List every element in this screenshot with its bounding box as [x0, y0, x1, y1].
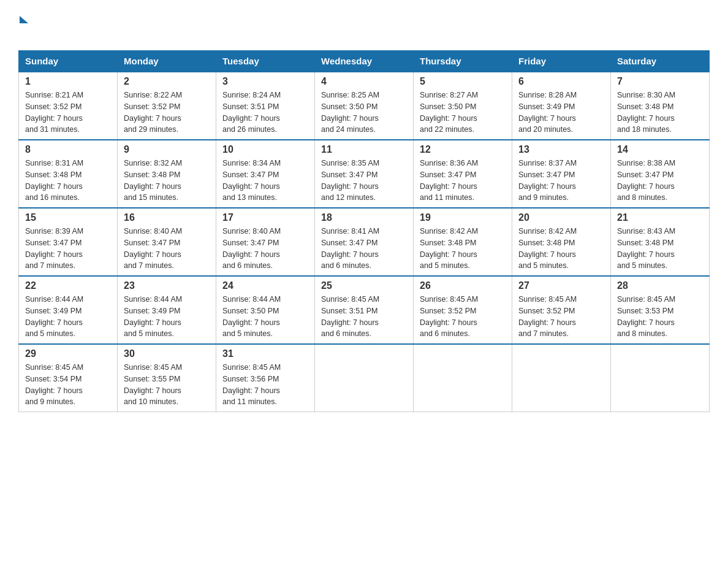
day-info: Sunrise: 8:28 AM Sunset: 3:49 PM Dayligh…	[518, 90, 604, 136]
day-info: Sunrise: 8:45 AM Sunset: 3:54 PM Dayligh…	[25, 362, 111, 408]
logo-arrow-icon	[20, 16, 28, 23]
day-info: Sunrise: 8:45 AM Sunset: 3:53 PM Dayligh…	[617, 294, 703, 340]
day-info: Sunrise: 8:27 AM Sunset: 3:50 PM Dayligh…	[420, 90, 506, 136]
day-cell: 8 Sunrise: 8:31 AM Sunset: 3:48 PM Dayli…	[19, 140, 118, 208]
day-cell	[512, 344, 611, 412]
day-cell: 3 Sunrise: 8:24 AM Sunset: 3:51 PM Dayli…	[216, 72, 315, 140]
day-info: Sunrise: 8:36 AM Sunset: 3:47 PM Dayligh…	[420, 158, 506, 204]
day-number: 5	[420, 76, 506, 87]
page-header	[18, 15, 710, 39]
day-info: Sunrise: 8:45 AM Sunset: 3:52 PM Dayligh…	[420, 294, 506, 340]
day-number: 8	[25, 144, 111, 155]
day-number: 21	[617, 212, 703, 223]
day-number: 6	[518, 76, 604, 87]
day-cell: 30 Sunrise: 8:45 AM Sunset: 3:55 PM Dayl…	[118, 344, 216, 412]
day-info: Sunrise: 8:44 AM Sunset: 3:49 PM Dayligh…	[25, 294, 111, 340]
header-wednesday: Wednesday	[315, 51, 414, 72]
day-number: 4	[321, 76, 407, 87]
day-cell: 2 Sunrise: 8:22 AM Sunset: 3:52 PM Dayli…	[118, 72, 216, 140]
day-number: 31	[222, 348, 308, 359]
day-info: Sunrise: 8:45 AM Sunset: 3:55 PM Dayligh…	[124, 362, 210, 408]
day-info: Sunrise: 8:25 AM Sunset: 3:50 PM Dayligh…	[321, 90, 407, 136]
day-cell: 26 Sunrise: 8:45 AM Sunset: 3:52 PM Dayl…	[414, 276, 512, 344]
day-cell: 12 Sunrise: 8:36 AM Sunset: 3:47 PM Dayl…	[414, 140, 512, 208]
day-info: Sunrise: 8:32 AM Sunset: 3:48 PM Dayligh…	[124, 158, 210, 204]
day-cell: 1 Sunrise: 8:21 AM Sunset: 3:52 PM Dayli…	[19, 72, 118, 140]
day-cell	[315, 344, 414, 412]
day-number: 24	[222, 280, 308, 291]
header-saturday: Saturday	[611, 51, 710, 72]
week-row-5: 29 Sunrise: 8:45 AM Sunset: 3:54 PM Dayl…	[19, 344, 710, 412]
day-info: Sunrise: 8:35 AM Sunset: 3:47 PM Dayligh…	[321, 158, 407, 204]
day-cell: 19 Sunrise: 8:42 AM Sunset: 3:48 PM Dayl…	[414, 208, 512, 276]
day-cell: 23 Sunrise: 8:44 AM Sunset: 3:49 PM Dayl…	[118, 276, 216, 344]
day-info: Sunrise: 8:45 AM Sunset: 3:52 PM Dayligh…	[518, 294, 604, 340]
day-number: 17	[222, 212, 308, 223]
day-info: Sunrise: 8:45 AM Sunset: 3:51 PM Dayligh…	[321, 294, 407, 340]
day-number: 30	[124, 348, 210, 359]
week-row-1: 1 Sunrise: 8:21 AM Sunset: 3:52 PM Dayli…	[19, 72, 710, 140]
day-info: Sunrise: 8:42 AM Sunset: 3:48 PM Dayligh…	[420, 226, 506, 272]
day-number: 19	[420, 212, 506, 223]
week-row-4: 22 Sunrise: 8:44 AM Sunset: 3:49 PM Dayl…	[19, 276, 710, 344]
day-number: 2	[124, 76, 210, 87]
day-number: 13	[518, 144, 604, 155]
day-cell: 15 Sunrise: 8:39 AM Sunset: 3:47 PM Dayl…	[19, 208, 118, 276]
day-info: Sunrise: 8:44 AM Sunset: 3:49 PM Dayligh…	[124, 294, 210, 340]
day-cell: 24 Sunrise: 8:44 AM Sunset: 3:50 PM Dayl…	[216, 276, 315, 344]
header-friday: Friday	[512, 51, 611, 72]
day-number: 14	[617, 144, 703, 155]
day-cell: 13 Sunrise: 8:37 AM Sunset: 3:47 PM Dayl…	[512, 140, 611, 208]
day-cell: 5 Sunrise: 8:27 AM Sunset: 3:50 PM Dayli…	[414, 72, 512, 140]
day-number: 9	[124, 144, 210, 155]
week-row-2: 8 Sunrise: 8:31 AM Sunset: 3:48 PM Dayli…	[19, 140, 710, 208]
logo-text	[18, 15, 28, 23]
day-info: Sunrise: 8:45 AM Sunset: 3:56 PM Dayligh…	[222, 362, 308, 408]
day-cell: 6 Sunrise: 8:28 AM Sunset: 3:49 PM Dayli…	[512, 72, 611, 140]
day-cell: 10 Sunrise: 8:34 AM Sunset: 3:47 PM Dayl…	[216, 140, 315, 208]
day-cell: 9 Sunrise: 8:32 AM Sunset: 3:48 PM Dayli…	[118, 140, 216, 208]
day-info: Sunrise: 8:40 AM Sunset: 3:47 PM Dayligh…	[124, 226, 210, 272]
day-number: 10	[222, 144, 308, 155]
day-cell: 11 Sunrise: 8:35 AM Sunset: 3:47 PM Dayl…	[315, 140, 414, 208]
day-number: 3	[222, 76, 308, 87]
day-cell: 27 Sunrise: 8:45 AM Sunset: 3:52 PM Dayl…	[512, 276, 611, 344]
day-cell: 7 Sunrise: 8:30 AM Sunset: 3:48 PM Dayli…	[611, 72, 710, 140]
day-info: Sunrise: 8:42 AM Sunset: 3:48 PM Dayligh…	[518, 226, 604, 272]
day-number: 1	[25, 76, 111, 87]
header-thursday: Thursday	[414, 51, 512, 72]
day-cell: 17 Sunrise: 8:40 AM Sunset: 3:47 PM Dayl…	[216, 208, 315, 276]
day-cell: 21 Sunrise: 8:43 AM Sunset: 3:48 PM Dayl…	[611, 208, 710, 276]
day-info: Sunrise: 8:37 AM Sunset: 3:47 PM Dayligh…	[518, 158, 604, 204]
day-info: Sunrise: 8:24 AM Sunset: 3:51 PM Dayligh…	[222, 90, 308, 136]
logo	[18, 15, 28, 39]
day-number: 20	[518, 212, 604, 223]
day-number: 11	[321, 144, 407, 155]
day-cell: 28 Sunrise: 8:45 AM Sunset: 3:53 PM Dayl…	[611, 276, 710, 344]
day-info: Sunrise: 8:21 AM Sunset: 3:52 PM Dayligh…	[25, 90, 111, 136]
day-info: Sunrise: 8:31 AM Sunset: 3:48 PM Dayligh…	[25, 158, 111, 204]
day-info: Sunrise: 8:41 AM Sunset: 3:47 PM Dayligh…	[321, 226, 407, 272]
day-info: Sunrise: 8:40 AM Sunset: 3:47 PM Dayligh…	[222, 226, 308, 272]
calendar-header-row: SundayMondayTuesdayWednesdayThursdayFrid…	[19, 51, 710, 72]
day-number: 18	[321, 212, 407, 223]
day-number: 28	[617, 280, 703, 291]
header-sunday: Sunday	[19, 51, 118, 72]
day-cell: 4 Sunrise: 8:25 AM Sunset: 3:50 PM Dayli…	[315, 72, 414, 140]
day-info: Sunrise: 8:34 AM Sunset: 3:47 PM Dayligh…	[222, 158, 308, 204]
day-number: 16	[124, 212, 210, 223]
day-info: Sunrise: 8:39 AM Sunset: 3:47 PM Dayligh…	[25, 226, 111, 272]
day-number: 26	[420, 280, 506, 291]
day-cell: 16 Sunrise: 8:40 AM Sunset: 3:47 PM Dayl…	[118, 208, 216, 276]
day-info: Sunrise: 8:44 AM Sunset: 3:50 PM Dayligh…	[222, 294, 308, 340]
day-cell	[611, 344, 710, 412]
day-number: 15	[25, 212, 111, 223]
day-cell: 29 Sunrise: 8:45 AM Sunset: 3:54 PM Dayl…	[19, 344, 118, 412]
day-number: 29	[25, 348, 111, 359]
day-cell: 14 Sunrise: 8:38 AM Sunset: 3:47 PM Dayl…	[611, 140, 710, 208]
day-cell: 20 Sunrise: 8:42 AM Sunset: 3:48 PM Dayl…	[512, 208, 611, 276]
day-number: 25	[321, 280, 407, 291]
day-number: 23	[124, 280, 210, 291]
day-cell	[414, 344, 512, 412]
week-row-3: 15 Sunrise: 8:39 AM Sunset: 3:47 PM Dayl…	[19, 208, 710, 276]
